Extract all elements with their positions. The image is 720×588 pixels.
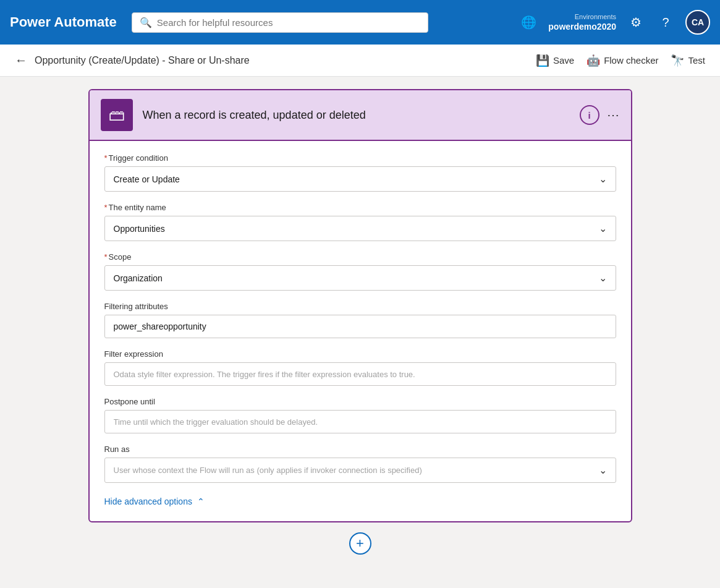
- scope-label: *Scope: [104, 252, 616, 262]
- postpone-until-label: Postpone until: [104, 397, 616, 406]
- trigger-title: When a record is created, updated or del…: [143, 109, 570, 122]
- more-options-button[interactable]: ⋯: [607, 108, 620, 122]
- trigger-condition-value: Create or Update: [114, 174, 180, 184]
- search-bar[interactable]: 🔍: [132, 12, 428, 33]
- trigger-card: 🗃 When a record is created, updated or d…: [88, 89, 632, 522]
- avatar[interactable]: CA: [685, 10, 710, 35]
- sub-header: ← Opportunity (Create/Update) - Share or…: [0, 45, 720, 77]
- field-group-filter-expression: Filter expression: [104, 349, 616, 386]
- run-as-select[interactable]: User whose context the Flow will run as …: [104, 458, 616, 483]
- top-nav: Power Automate 🔍 🌐 Environments powerdem…: [0, 0, 720, 45]
- run-as-placeholder: User whose context the Flow will run as …: [114, 466, 422, 475]
- trigger-condition-label: *Trigger condition: [104, 153, 616, 163]
- settings-icon-btn[interactable]: ⚙: [626, 12, 646, 32]
- test-button[interactable]: 🔭 Test: [671, 54, 705, 67]
- required-star: *: [104, 153, 108, 163]
- chevron-down-icon: ⌄: [599, 272, 607, 284]
- chevron-down-icon: ⌄: [599, 173, 607, 185]
- environments-label: Environments: [548, 12, 616, 21]
- trigger-condition-select[interactable]: Create or Update ⌄: [104, 166, 616, 192]
- required-star: *: [104, 203, 108, 212]
- test-label: Test: [688, 55, 705, 66]
- search-icon: 🔍: [140, 17, 152, 28]
- hide-advanced-label: Hide advanced options: [104, 496, 192, 506]
- entity-name-label: *The entity name: [104, 203, 616, 212]
- save-button[interactable]: 💾 Save: [536, 54, 574, 67]
- trigger-header-actions: i ⋯: [580, 105, 620, 125]
- environment-display: Environments powerdemo2020: [548, 12, 616, 32]
- save-label: Save: [553, 55, 574, 66]
- nav-right: 🌐 Environments powerdemo2020 ⚙ ? CA: [519, 10, 710, 35]
- search-input[interactable]: [157, 17, 420, 28]
- filter-expression-label: Filter expression: [104, 349, 616, 359]
- brand-title: Power Automate: [10, 14, 117, 30]
- add-step-button[interactable]: +: [349, 532, 371, 555]
- flow-checker-icon: 🤖: [587, 54, 600, 67]
- entity-name-value: Opportunities: [114, 224, 165, 234]
- hide-advanced-options-button[interactable]: Hide advanced options ⌃: [104, 496, 616, 506]
- scope-value: Organization: [114, 273, 163, 283]
- chevron-down-icon: ⌄: [599, 464, 607, 476]
- field-group-run-as: Run as User whose context the Flow will …: [104, 445, 616, 483]
- filtering-attributes-label: Filtering attributes: [104, 302, 616, 311]
- add-step-wrapper: +: [349, 532, 371, 555]
- trigger-header: 🗃 When a record is created, updated or d…: [90, 90, 631, 141]
- field-group-trigger-condition: *Trigger condition Create or Update ⌄: [104, 153, 616, 192]
- flow-title: Opportunity (Create/Update) - Share or U…: [35, 55, 528, 66]
- back-button[interactable]: ←: [15, 53, 27, 67]
- chevron-up-icon: ⌃: [197, 496, 205, 506]
- required-star: *: [104, 252, 108, 262]
- trigger-body: *Trigger condition Create or Update ⌄ *T…: [90, 141, 631, 521]
- field-group-filtering-attributes: Filtering attributes: [104, 302, 616, 338]
- environment-name: powerdemo2020: [548, 21, 616, 32]
- trigger-icon: 🗃: [101, 99, 133, 131]
- run-as-label: Run as: [104, 445, 616, 454]
- globe-icon-btn[interactable]: 🌐: [519, 12, 538, 32]
- entity-name-select[interactable]: Opportunities ⌄: [104, 216, 616, 241]
- filtering-attributes-input[interactable]: [104, 315, 616, 338]
- field-group-postpone-until: Postpone until: [104, 397, 616, 433]
- save-icon: 💾: [536, 54, 549, 67]
- filter-expression-input[interactable]: [104, 362, 616, 386]
- flow-checker-label: Flow checker: [604, 55, 658, 66]
- scope-select[interactable]: Organization ⌄: [104, 265, 616, 291]
- info-button[interactable]: i: [580, 105, 599, 125]
- sub-actions: 💾 Save 🤖 Flow checker 🔭 Test: [536, 54, 705, 67]
- field-group-scope: *Scope Organization ⌄: [104, 252, 616, 291]
- test-icon: 🔭: [671, 54, 684, 67]
- postpone-until-input[interactable]: [104, 410, 616, 433]
- main-canvas: 🗃 When a record is created, updated or d…: [0, 77, 720, 588]
- chevron-down-icon: ⌄: [599, 223, 607, 234]
- field-group-entity-name: *The entity name Opportunities ⌄: [104, 203, 616, 241]
- flow-checker-button[interactable]: 🤖 Flow checker: [587, 54, 658, 67]
- help-icon-btn[interactable]: ?: [656, 12, 676, 32]
